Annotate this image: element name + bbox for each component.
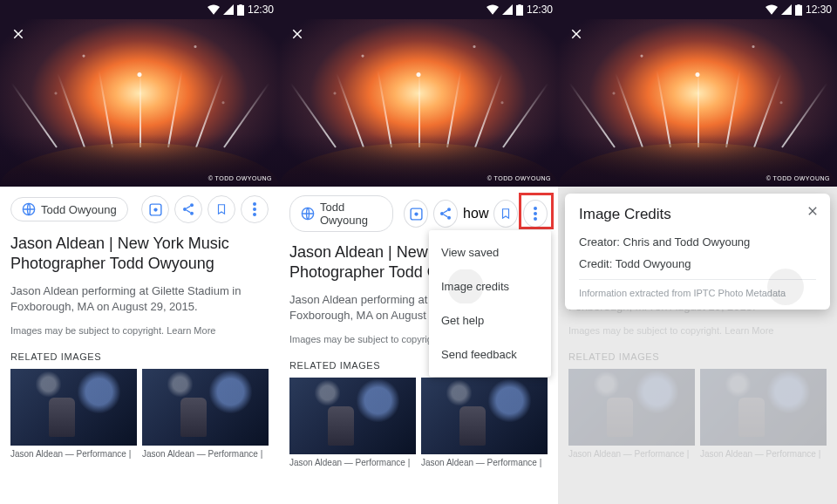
lens-button[interactable] (141, 195, 169, 223)
svg-point-6 (183, 208, 187, 211)
svg-point-19 (534, 207, 537, 210)
learn-more-link[interactable]: Learn More (167, 325, 215, 336)
related-caption: Jason Aldean — Performance | (10, 446, 137, 459)
svg-rect-11 (516, 4, 523, 15)
copyright-text: Images may be subject to copyright. (10, 325, 164, 336)
source-chip-label: Todd Owyoung (320, 201, 382, 227)
watermark-text: © TODD OWYOUNG (208, 175, 272, 181)
wifi-icon (766, 4, 778, 15)
menu-view-saved[interactable]: View saved (429, 235, 551, 269)
more-button[interactable] (241, 195, 269, 223)
copyright-notice: Images may be subject to copyright. Lear… (10, 325, 269, 336)
svg-point-10 (253, 213, 256, 216)
lens-button[interactable] (404, 200, 428, 228)
watermark-text: © TODD OWYOUNG (766, 175, 830, 181)
svg-point-9 (253, 208, 256, 211)
hero-image[interactable]: © TODD OWYOUNG (279, 0, 558, 187)
battery-icon (795, 4, 802, 16)
phone-screen-3: 12:30 © TODD OWYOUNG Todd Owyoung Jason … (558, 0, 837, 504)
status-bar: 12:30 (558, 0, 837, 19)
dialog-close-icon[interactable] (806, 204, 820, 218)
svg-rect-1 (239, 4, 242, 6)
clock-text: 12:30 (806, 3, 832, 16)
globe-icon (22, 202, 36, 216)
content-area: Todd Owyoung Jason Aldean | New York Mus… (0, 187, 279, 504)
related-thumb (10, 369, 137, 446)
cell-signal-icon (223, 4, 234, 15)
battery-icon (516, 4, 523, 16)
svg-rect-12 (518, 4, 521, 6)
svg-point-21 (534, 217, 537, 221)
share-button[interactable] (174, 195, 202, 223)
battery-icon (237, 4, 244, 16)
svg-point-18 (447, 216, 451, 220)
share-button[interactable] (433, 200, 458, 228)
action-row: Todd Owyoung (10, 195, 269, 223)
cell-signal-icon (781, 4, 792, 15)
wifi-icon (208, 4, 220, 15)
svg-point-20 (534, 212, 537, 215)
creator-value: Chris and Todd Owyoung (623, 235, 751, 249)
svg-point-17 (440, 212, 444, 215)
menu-image-credits[interactable]: Image credits (429, 269, 551, 303)
svg-rect-0 (237, 4, 244, 15)
related-caption: Jason Aldean — Performance | (142, 446, 269, 459)
related-item[interactable]: Jason Aldean — Performance | (421, 378, 548, 467)
related-item[interactable]: Jason Aldean — Performance | (142, 369, 269, 459)
clock-text: 12:30 (527, 3, 553, 16)
status-bar: 12:30 (279, 0, 558, 19)
credit-value: Todd Owyoung (616, 257, 691, 270)
credit-label: Credit: (579, 257, 612, 270)
cell-signal-icon (502, 4, 513, 15)
svg-point-16 (447, 208, 451, 211)
menu-send-feedback[interactable]: Send feedback (429, 337, 551, 371)
close-icon[interactable] (568, 26, 584, 42)
source-chip[interactable]: Todd Owyoung (289, 195, 393, 232)
svg-point-8 (253, 202, 256, 206)
stage-lights (0, 69, 279, 147)
bookmark-button[interactable] (493, 200, 518, 228)
image-credits-dialog: Image Credits Creator: Chris and Todd Ow… (565, 194, 830, 310)
close-icon[interactable] (10, 26, 26, 42)
source-chip-label: Todd Owyoung (41, 203, 117, 216)
more-button[interactable] (523, 200, 548, 228)
status-bar: 12:30 (0, 0, 279, 19)
svg-rect-22 (795, 4, 802, 15)
svg-point-15 (414, 212, 418, 215)
close-icon[interactable] (289, 26, 305, 42)
watermark-text: © TODD OWYOUNG (487, 175, 551, 181)
related-row: Jason Aldean — Performance | Jason Aldea… (10, 369, 269, 459)
related-heading: RELATED IMAGES (10, 351, 269, 362)
svg-point-5 (190, 203, 194, 207)
svg-point-4 (153, 208, 157, 211)
image-title: Jason Aldean | New York Music Photograph… (10, 234, 269, 275)
overflow-menu: View saved Image credits Get help Send f… (429, 230, 551, 377)
bookmark-button[interactable] (208, 195, 235, 223)
source-chip[interactable]: Todd Owyoung (10, 197, 128, 221)
clock-text: 12:30 (248, 3, 274, 16)
phone-screen-2: 12:30 © TODD OWYOUNG Todd Owyoung how Ja… (279, 0, 558, 504)
image-caption: Jason Aldean performing at Gilette Stadi… (10, 283, 269, 315)
wifi-icon (487, 4, 499, 15)
related-item[interactable]: Jason Aldean — Performance | (10, 369, 137, 459)
globe-icon (301, 207, 315, 221)
creator-label: Creator: (579, 235, 620, 249)
touch-ripple (767, 269, 804, 305)
hero-image[interactable]: © TODD OWYOUNG (0, 0, 279, 187)
creator-row: Creator: Chris and Todd Owyoung (579, 235, 816, 249)
hero-image[interactable]: © TODD OWYOUNG (558, 0, 837, 187)
dialog-title: Image Credits (579, 206, 816, 223)
svg-rect-23 (797, 4, 800, 6)
phone-screen-1: 12:30 © TODD OWYOUNG Todd Owyoung Jason … (0, 0, 279, 504)
related-item[interactable]: Jason Aldean — Performance | (289, 378, 416, 467)
related-thumb (142, 369, 269, 446)
svg-point-7 (190, 212, 194, 215)
menu-get-help[interactable]: Get help (429, 303, 551, 337)
